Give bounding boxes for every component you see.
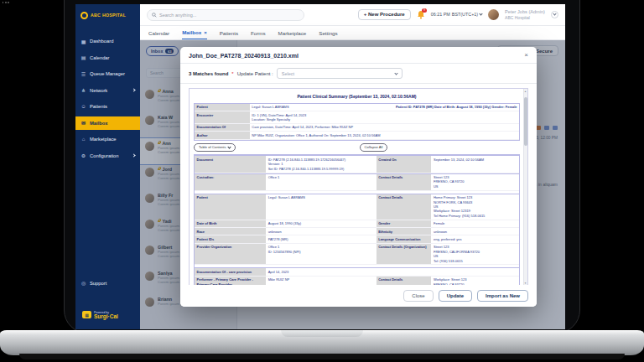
tab[interactable]: Mailbox × — [182, 29, 207, 39]
import-xml-modal: John_Doe_PAT278_20240913_0210.xml × 3 Ma… — [180, 47, 537, 307]
sidebar-item[interactable]: ⚙ Configuration — [75, 149, 140, 163]
row-label: Race — [195, 228, 266, 235]
tab[interactable]: Marketplace — [278, 30, 307, 39]
close-icon[interactable]: × — [524, 52, 528, 59]
tab-close-icon[interactable]: × — [204, 30, 207, 35]
row-label-2: Ethnicity — [377, 228, 432, 235]
row-value: Care provision, Date/Time: April 14, 202… — [252, 125, 353, 129]
chevron-down-icon — [553, 13, 556, 16]
chevron-down-icon — [394, 71, 397, 75]
row-label: Patient — [195, 104, 250, 111]
profile-menu-button[interactable] — [551, 11, 558, 18]
tab[interactable]: Settings — [319, 30, 337, 39]
row-value: Legal: Susan L ABRAMS — [252, 105, 288, 109]
sidebar-item-icon: ✉ — [80, 120, 86, 126]
user-info: Peter Jobs (Admin) ABC Hospital — [505, 9, 545, 20]
sidebar-item-label: Patients — [90, 104, 107, 109]
surgical-brand-name: Surgi·Cal — [94, 314, 118, 320]
sidebar-item[interactable]: ▤ Calendar — [75, 51, 140, 65]
summary-header-table: Patient Legal: Susan L ABRAMS Patient ID… — [194, 103, 520, 141]
brand-logo-icon — [80, 12, 88, 19]
clock-time: 06:21 PM — [431, 12, 450, 17]
tab-label: Patients — [220, 30, 238, 36]
topbar: Search anything... + New Procedure 9 06:… — [140, 4, 565, 26]
support-label: Support — [90, 281, 106, 286]
row-value-2: Street 123 FRESNO, CA 93720 US — [431, 174, 519, 191]
row-label: Document — [195, 156, 266, 173]
sidebar-item-icon: ⌂ — [80, 137, 86, 142]
row-label-2: Contact Details (Organization) — [377, 244, 432, 266]
update-button[interactable]: Update — [439, 290, 472, 302]
row-label-2: Language Communication — [377, 235, 432, 243]
sidebar-item-icon: ▤ — [80, 54, 86, 60]
row-label-2: Contact Details — [377, 174, 432, 191]
row-value-2: Female — [431, 220, 519, 228]
close-button[interactable]: Close — [403, 290, 433, 302]
user-org: ABC Hospital — [505, 15, 545, 20]
sidebar-item[interactable]: ⋔ Network — [75, 84, 140, 97]
sidebar-item-icon: ⚙ — [80, 153, 86, 158]
table-row: Documentation Of Care provision, Date/Ti… — [195, 124, 519, 132]
table-row: Author NP Mike RUIZ, Organization: Offic… — [195, 132, 519, 139]
tab-label: Mailbox — [182, 29, 201, 35]
sidebar-item[interactable]: ▦ Dashboard — [75, 34, 140, 48]
timezone-label: BST(UTC+1) — [452, 12, 478, 17]
sidebar-item-label: Network — [90, 88, 107, 93]
app-screen: ABC HOSPITAL ▦ Dashboard ▤ Calendar — [75, 4, 565, 329]
document-title: Patient Clinical Summary (September 13, … — [194, 94, 520, 100]
laptop-underside — [19, 354, 625, 359]
clinical-detail-table: Document ID: PAT278 (2.16.840.1.113883.1… — [194, 154, 520, 287]
row-value-2: September 13, 2024, 02:10:56AM — [431, 156, 519, 173]
row-value: ID: PAT278 (2.16.840.1.113883.19.1726216… — [266, 156, 377, 173]
sidebar-item[interactable]: ⌂ Marketplace — [75, 132, 140, 146]
notification-bell-icon[interactable]: 9 — [417, 10, 425, 19]
row-value: August 18, 1990 (33y) — [266, 220, 377, 228]
sidebar-item-label: Dashboard — [90, 39, 113, 44]
sidebar-item[interactable]: ☰ Queue Manager — [75, 67, 140, 80]
row-label: Patient IDs — [195, 235, 266, 243]
table-row: Provider Organization Office 1 ID: 12345… — [195, 244, 519, 266]
row-label: Author — [195, 132, 250, 139]
select-placeholder: Select — [282, 71, 294, 76]
user-avatar[interactable] — [488, 9, 499, 20]
row-value: April 14, 2023 — [266, 268, 377, 276]
import-as-new-button[interactable]: Import as New — [477, 290, 528, 302]
sidebar-item[interactable]: ✉ Mailbox — [75, 116, 140, 130]
sidebar-support[interactable]: ◎ Support — [75, 277, 140, 293]
row-label-2: Gender — [377, 220, 432, 228]
row-label: Date of Birth — [195, 220, 266, 228]
row-label: Documentation Of - care provision — [195, 268, 266, 276]
global-search-input[interactable]: Search anything... — [147, 9, 304, 21]
tab[interactable]: Calendar — [148, 30, 169, 39]
row-label: Provider Organization — [195, 244, 266, 266]
row-value: unknown — [266, 228, 377, 235]
row-label: Patient — [195, 194, 266, 220]
row-label: Encounter — [195, 111, 250, 124]
tab-label: Calendar — [148, 30, 169, 36]
clock-timezone[interactable]: 06:21 PM BST(UTC+1) — [431, 12, 482, 17]
scrollbar[interactable]: ▲ ▼ — [523, 89, 527, 286]
patient-select-dropdown[interactable]: Select — [277, 68, 402, 79]
user-role: (Admin) — [528, 9, 545, 14]
tab[interactable]: Forms — [251, 30, 266, 39]
sidebar-item-icon: ☰ — [80, 71, 86, 77]
collapse-all-button[interactable]: Collapse All — [360, 143, 388, 152]
table-of-contents-button[interactable]: Table of Contents — [194, 143, 236, 152]
chevron-right-icon — [132, 88, 135, 91]
table-row: Race unknown Ethnicity unknown — [195, 228, 519, 235]
scrollbar-thumb[interactable] — [524, 97, 527, 146]
tab[interactable]: Patients — [220, 30, 238, 39]
sidebar-item[interactable]: ☺ Patients — [75, 100, 140, 113]
sidebar-item-label: Mailbox — [90, 121, 108, 126]
sidebar-item-label: Queue Manager — [90, 71, 125, 76]
tab-label: Marketplace — [278, 30, 307, 36]
sidebar-item-label: Calendar — [90, 55, 110, 60]
new-procedure-button[interactable]: + New Procedure — [358, 9, 411, 20]
matches-found-label: 3 Matches found — [189, 71, 228, 76]
row-value: PAT278 (MR) — [266, 235, 377, 243]
surgical-logo-icon: ▦ — [82, 311, 91, 318]
artifact-marks — [3, 2, 10, 3]
scroll-up-icon[interactable]: ▲ — [523, 90, 527, 93]
row-value: NP Mike RUIZ, Organization: Office 1, Au… — [252, 133, 380, 137]
row-value: ID: 1 (VN), Date/Time: April 14, 2023 Lo… — [252, 113, 306, 122]
